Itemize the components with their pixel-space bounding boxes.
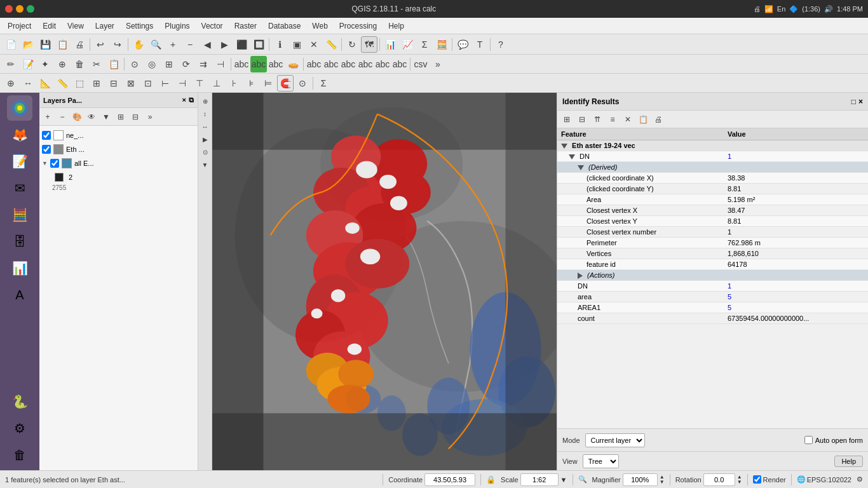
firefox-icon[interactable]: 🦊 <box>7 122 32 147</box>
id-default-btn[interactable]: ≡ <box>606 112 620 126</box>
table-row[interactable]: DN 1 <box>557 151 868 162</box>
add-part-btn[interactable]: ⊞ <box>161 56 177 72</box>
map-canvas-area[interactable] <box>212 93 557 470</box>
scale-dropdown-icon[interactable]: ▼ <box>560 476 567 484</box>
id-print-btn[interactable]: 🖨 <box>651 112 665 126</box>
table-row[interactable]: (clicked coordinate Y) 8.81 <box>557 184 868 194</box>
adv-btn3[interactable]: 📐 <box>37 75 53 92</box>
scale-input[interactable] <box>520 473 559 486</box>
adv-btn2[interactable]: ↔ <box>20 75 36 92</box>
csv-btn[interactable]: csv <box>412 56 429 72</box>
offset-btn[interactable]: ⇉ <box>195 56 212 72</box>
map-tool-5[interactable]: ⊙ <box>200 146 211 158</box>
writer-icon[interactable]: A <box>7 282 32 308</box>
deselect-btn[interactable]: ✕ <box>306 36 322 53</box>
field-calc-btn[interactable]: 🧮 <box>433 36 450 53</box>
table-row[interactable]: Perimeter 762.986 m <box>557 238 868 248</box>
change-label-btn[interactable]: abc <box>340 56 356 72</box>
layer-eye-btn[interactable]: 👁 <box>85 110 98 124</box>
tile-btn[interactable]: 🗺 <box>361 36 377 53</box>
id-expand-tree-btn[interactable]: ⊞ <box>560 112 574 126</box>
curved-label-btn[interactable]: abc <box>268 56 284 72</box>
table-row[interactable]: area 5 <box>557 292 868 302</box>
zoom-last-btn[interactable]: ◀ <box>199 36 215 53</box>
cut-btn[interactable]: ✂ <box>88 56 105 72</box>
qgis-logo[interactable] <box>7 95 32 121</box>
select-btn[interactable]: ▣ <box>288 36 305 53</box>
add-point-btn[interactable]: ⊙ <box>126 56 143 72</box>
magnifier-input[interactable] <box>623 473 658 486</box>
map-tool-2[interactable]: ↕ <box>200 108 211 119</box>
menu-web[interactable]: Web <box>307 20 332 32</box>
collapse-all-btn[interactable]: ⊟ <box>128 110 142 124</box>
table-row[interactable]: (clicked coordinate X) 38.38 <box>557 173 868 184</box>
snap-btn[interactable]: 🧲 <box>277 75 294 92</box>
menu-plugins[interactable]: Plugins <box>159 20 194 32</box>
rotate-label-btn[interactable]: abc <box>323 56 339 72</box>
menu-project[interactable]: Project <box>3 20 36 32</box>
spreadsheet-icon[interactable]: 📊 <box>7 255 32 281</box>
zoom-layer-btn[interactable]: ⬛ <box>233 36 250 53</box>
map-tool-4[interactable]: ▶ <box>200 133 211 145</box>
adv-btn14[interactable]: ⊦ <box>226 75 242 92</box>
new-project-btn[interactable]: 📄 <box>3 36 19 53</box>
zoom-in-btn[interactable]: + <box>165 36 181 53</box>
table-row[interactable]: Closest vertex number 1 <box>557 227 868 238</box>
id-expand-all-btn[interactable]: ⇈ <box>590 112 604 126</box>
zoom-full-btn[interactable]: 🔍 <box>147 36 164 53</box>
table-row[interactable]: DN 1 <box>557 281 868 292</box>
refresh-btn[interactable]: ↻ <box>344 36 360 53</box>
adv-btn4[interactable]: 📏 <box>54 75 71 92</box>
python-icon[interactable]: 🐍 <box>7 389 32 414</box>
layer-check-alle[interactable] <box>50 159 59 168</box>
snap2-btn[interactable]: ⊙ <box>294 75 311 92</box>
edit-pencil-btn[interactable]: ✏ <box>3 56 19 72</box>
table-row[interactable]: AREA1 5 <box>557 302 868 313</box>
layer-item-ne[interactable]: ne_... <box>39 128 198 142</box>
unpin-label-btn[interactable]: abc <box>374 56 391 72</box>
adv-btn11[interactable]: ⊣ <box>174 75 191 92</box>
chart-btn[interactable]: 🥧 <box>285 56 301 72</box>
layer-item-eth[interactable]: Eth ... <box>39 142 198 156</box>
layer-item-alle[interactable]: ▼ all E... <box>39 156 198 170</box>
identify-btn[interactable]: ℹ <box>271 36 288 53</box>
more-btn[interactable]: » <box>430 56 446 72</box>
adv-btn1[interactable]: ⊕ <box>3 75 19 92</box>
table-row[interactable]: count 67359454.00000000000... <box>557 313 868 324</box>
label-edit-btn[interactable]: abc <box>250 56 267 72</box>
menu-help[interactable]: Help <box>383 20 409 32</box>
zoom-next-btn[interactable]: ▶ <box>216 36 233 53</box>
adv-btn10[interactable]: ⊢ <box>157 75 173 92</box>
database-icon[interactable]: 🗄 <box>7 229 32 254</box>
id-copy-btn[interactable]: 📋 <box>636 112 650 126</box>
adv-btn8[interactable]: ⊠ <box>123 75 139 92</box>
render-checkbox[interactable] <box>753 475 761 484</box>
identify-minimize-btn[interactable]: □ <box>851 97 856 106</box>
highlight-label-btn[interactable]: abc <box>391 56 408 72</box>
annotation-btn[interactable]: abc <box>233 56 250 72</box>
table-row[interactable]: (Actions) <box>557 270 868 281</box>
add-layer-btn[interactable]: + <box>41 110 55 124</box>
label-btn[interactable]: 💬 <box>454 36 471 53</box>
edit2-btn[interactable]: 📝 <box>20 56 36 72</box>
adv-btn15[interactable]: ⊧ <box>243 75 259 92</box>
sigma-btn[interactable]: Σ <box>315 75 332 92</box>
epsg-badge[interactable]: 🌐 EPSG:102022 <box>797 475 851 484</box>
save-btn[interactable]: 💾 <box>37 36 53 53</box>
menu-processing[interactable]: Processing <box>334 20 382 32</box>
measure-btn[interactable]: 📏 <box>323 36 339 53</box>
add-ring-btn[interactable]: ◎ <box>144 56 160 72</box>
adv-btn13[interactable]: ⊥ <box>208 75 225 92</box>
layer-expand-tri[interactable]: ▼ <box>42 160 48 166</box>
zoom-out-btn[interactable]: − <box>182 36 198 53</box>
magnifier-spinner[interactable]: ▲▼ <box>660 475 665 485</box>
view-select[interactable]: Tree Table <box>583 454 619 468</box>
mode-select[interactable]: Current layer Top down All layers <box>585 433 645 447</box>
attr-table-btn[interactable]: 📊 <box>382 36 398 53</box>
map-tool-1[interactable]: ⊕ <box>200 95 211 107</box>
help-toolbar-btn[interactable]: ? <box>492 36 509 53</box>
rotation-spinner[interactable]: ▲▼ <box>737 475 742 485</box>
menu-database[interactable]: Database <box>263 20 306 32</box>
sum-btn[interactable]: Σ <box>416 36 433 53</box>
help-button[interactable]: Help <box>834 456 863 467</box>
